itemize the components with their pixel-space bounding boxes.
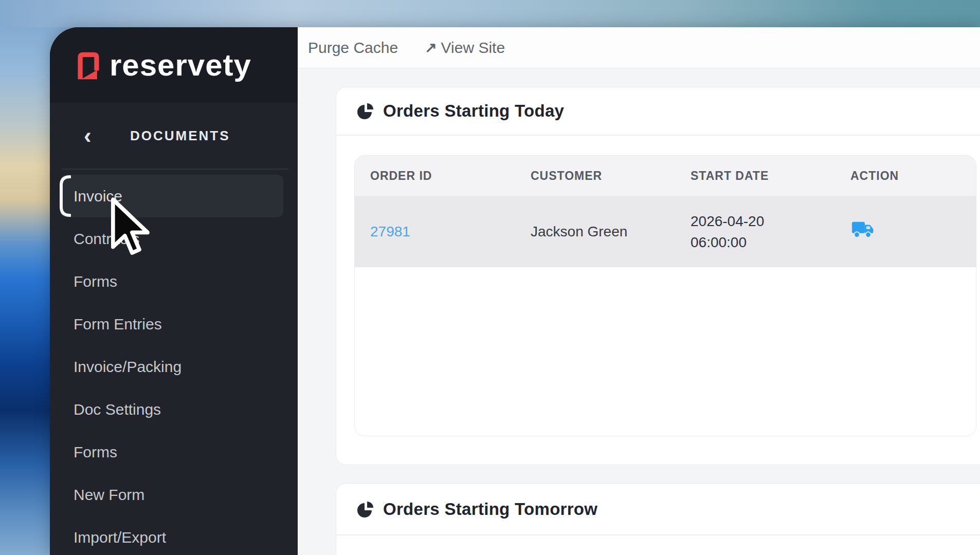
view-site-link[interactable]: ↗ View Site — [425, 39, 505, 57]
sidebar-item-label: Contracts — [74, 230, 139, 248]
orders-starting-today-card: Orders Starting Today ORDER ID CUSTOMER … — [336, 87, 980, 465]
start-date-cell: 2026-04-20 06:00:00 — [675, 211, 835, 253]
card-title: Orders Starting Today — [383, 101, 564, 121]
app-window: reservety ‹ DOCUMENTS Invoice Contracts — [50, 27, 980, 555]
sidebar-item-label: Invoice/Packing — [74, 358, 182, 376]
col-action: ACTION — [835, 169, 976, 183]
sidebar-item-import-export[interactable]: Import/Export — [50, 516, 298, 555]
collapse-sidebar-icon[interactable]: ‹ — [84, 124, 92, 147]
start-date-date: 2026-04-20 — [691, 211, 835, 232]
sidebar-item-label: Import/Export — [74, 529, 166, 546]
purge-cache-label: Purge Cache — [308, 39, 398, 57]
sidebar-section-header: ‹ DOCUMENTS — [50, 103, 298, 169]
sidebar-item-forms[interactable]: Forms — [50, 260, 298, 303]
sidebar-item-contracts[interactable]: Contracts — [50, 217, 298, 260]
col-order-id: ORDER ID — [355, 169, 515, 183]
start-date-time: 06:00:00 — [691, 232, 835, 253]
sidebar-item-label: Doc Settings — [74, 401, 161, 418]
sidebar-item-label: Forms — [74, 273, 117, 290]
sidebar: reservety ‹ DOCUMENTS Invoice Contracts — [50, 27, 298, 555]
active-item-bracket — [58, 175, 71, 217]
orders-starting-tomorrow-card: Orders Starting Tomorrow — [336, 483, 980, 555]
col-start-date: START DATE — [675, 169, 835, 183]
view-site-label: View Site — [441, 39, 505, 57]
card-header: Orders Starting Tomorrow — [336, 484, 980, 535]
sidebar-item-form-entries[interactable]: Form Entries — [50, 303, 298, 345]
sidebar-section-title: DOCUMENTS — [130, 128, 230, 144]
topbar: Purge Cache ↗ View Site — [298, 27, 980, 68]
sidebar-item-invoice-packing[interactable]: Invoice/Packing — [50, 345, 298, 388]
dashboard-content: Orders Starting Today ORDER ID CUSTOMER … — [298, 68, 980, 555]
card-body — [336, 535, 980, 555]
external-link-icon: ↗ — [425, 39, 437, 56]
truck-icon[interactable] — [851, 221, 875, 238]
sidebar-item-doc-settings[interactable]: Doc Settings — [50, 388, 298, 431]
table-header-row: ORDER ID CUSTOMER START DATE ACTION — [355, 156, 976, 196]
customer-cell: Jackson Green — [515, 224, 675, 240]
pie-chart-icon — [356, 102, 375, 120]
action-cell — [835, 221, 976, 242]
purge-cache-button[interactable]: Purge Cache — [308, 39, 398, 57]
desktop-wallpaper-top — [0, 0, 980, 27]
col-customer: CUSTOMER — [515, 169, 675, 183]
sidebar-item-new-form[interactable]: New Form — [50, 473, 298, 516]
pie-chart-icon — [356, 500, 375, 519]
sidebar-item-label: Invoice — [74, 188, 122, 205]
main-area: Purge Cache ↗ View Site Orders Starting … — [298, 27, 980, 555]
card-bottom-padding — [336, 436, 980, 465]
table-empty-body — [355, 267, 976, 436]
sidebar-item-forms-2[interactable]: Forms — [50, 431, 298, 473]
card-title: Orders Starting Tomorrow — [383, 499, 597, 519]
card-header: Orders Starting Today — [336, 87, 980, 136]
reservety-logo-icon — [76, 50, 101, 80]
sidebar-item-label: New Form — [74, 486, 144, 504]
sidebar-item-label: Form Entries — [74, 316, 162, 333]
sidebar-menu: Invoice Contracts Forms Form Entries Inv… — [50, 170, 298, 555]
sidebar-nav: ‹ DOCUMENTS Invoice Contracts Forms — [50, 103, 298, 555]
cards-gap — [336, 465, 980, 483]
orders-table: ORDER ID CUSTOMER START DATE ACTION 2798… — [354, 155, 976, 436]
order-id-link[interactable]: 27981 — [370, 224, 410, 239]
logo-text: reservety — [110, 47, 251, 83]
logo[interactable]: reservety — [50, 27, 298, 103]
table-row: 27981 Jackson Green 2026-04-20 06:00:00 — [355, 196, 976, 267]
sidebar-item-label: Forms — [74, 443, 117, 461]
sidebar-item-invoice[interactable]: Invoice — [60, 175, 283, 217]
